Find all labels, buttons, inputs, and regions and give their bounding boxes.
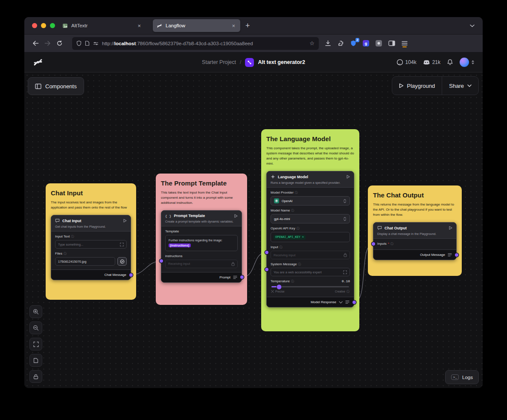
lm-input-field: Inputⓘ Receiving input bbox=[271, 245, 350, 259]
precise-icon bbox=[271, 290, 274, 293]
url-bar[interactable]: http://localhost:7860/flow/5862379e-d7b8… bbox=[72, 37, 319, 50]
close-window-button[interactable] bbox=[32, 23, 37, 28]
files-input[interactable]: 1750812415070.jpg bbox=[55, 257, 115, 266]
info-icon[interactable]: ⓘ bbox=[295, 191, 298, 194]
temperature-value: 0.10 bbox=[342, 279, 350, 283]
forward-button[interactable] bbox=[41, 41, 53, 46]
note-chat-output[interactable]: The Chat Output This returns the message… bbox=[368, 185, 462, 276]
remove-tag-icon[interactable]: × bbox=[302, 235, 304, 239]
sparkle-icon bbox=[271, 174, 275, 179]
account-menu[interactable] bbox=[460, 58, 474, 67]
note-prompt-template[interactable]: The Prompt Template This takes the text … bbox=[156, 174, 247, 305]
user-avatar[interactable] bbox=[460, 58, 469, 67]
system-message-input-handle[interactable] bbox=[265, 268, 268, 271]
fit-view-button[interactable] bbox=[29, 338, 42, 350]
tab-list-chevron-icon[interactable] bbox=[466, 24, 478, 27]
adblock-shield-icon[interactable]: 2 bbox=[350, 40, 356, 46]
browser-tab-bar: AltTextr × Langflow × + bbox=[24, 17, 483, 35]
model-provider-select[interactable]: OpenAI bbox=[271, 196, 350, 206]
tracking-protection-icon[interactable] bbox=[76, 41, 82, 46]
expand-icon[interactable] bbox=[120, 243, 124, 246]
output-inspect-icon[interactable] bbox=[233, 275, 237, 279]
chevron-down-icon[interactable] bbox=[339, 301, 343, 304]
tab-alttextr[interactable]: AltTextr × bbox=[58, 19, 146, 32]
input-text-input[interactable]: Type something... bbox=[55, 240, 127, 249]
chat-bubble-icon bbox=[55, 218, 60, 223]
discord-stat[interactable]: 21k bbox=[423, 59, 440, 65]
prompt-output-row: Prompt bbox=[161, 272, 242, 282]
flow-canvas[interactable]: Components Playground Share Chat Input T… bbox=[24, 72, 483, 388]
run-node-icon[interactable] bbox=[234, 214, 238, 218]
extension-g-icon[interactable]: g bbox=[363, 40, 369, 46]
template-textarea[interactable]: Further instructions regarding the image… bbox=[165, 235, 238, 251]
temperature-slider[interactable] bbox=[271, 286, 349, 287]
info-icon[interactable]: ⓘ bbox=[64, 252, 67, 255]
api-key-tag[interactable]: OPENAI_API_KEY× bbox=[274, 235, 306, 240]
flow-name[interactable]: Alt text generator2 bbox=[258, 59, 305, 65]
reload-button[interactable] bbox=[53, 41, 65, 46]
info-icon[interactable]: ⓘ bbox=[298, 263, 301, 266]
lock-icon bbox=[344, 253, 347, 257]
new-tab-button[interactable]: + bbox=[240, 21, 255, 30]
output-message-handle[interactable] bbox=[455, 253, 458, 257]
chat-input-node[interactable]: Chat Input Get chat inputs from the Play… bbox=[51, 215, 131, 280]
info-icon[interactable]: ⓘ bbox=[390, 242, 393, 245]
language-model-node[interactable]: Language Model Runs a language model giv… bbox=[266, 171, 354, 307]
run-node-icon[interactable] bbox=[347, 175, 350, 179]
tab-langflow[interactable]: Langflow × bbox=[153, 19, 240, 32]
add-note-button[interactable] bbox=[29, 354, 42, 367]
lm-input-handle[interactable] bbox=[265, 251, 268, 254]
info-icon[interactable]: ⓘ bbox=[291, 280, 294, 283]
github-stat[interactable]: 104k bbox=[396, 59, 417, 66]
inputs-input-handle[interactable] bbox=[372, 242, 375, 246]
note-chat-input[interactable]: Chat Input The input receives text and i… bbox=[46, 183, 136, 300]
file-action-button[interactable] bbox=[117, 257, 127, 266]
slider-thumb[interactable] bbox=[277, 284, 282, 289]
minimize-window-button[interactable] bbox=[41, 23, 46, 28]
info-icon[interactable]: ⓘ bbox=[291, 209, 294, 212]
zoom-window-button[interactable] bbox=[50, 23, 55, 28]
api-key-input[interactable]: OPENAI_API_KEY× bbox=[271, 232, 350, 242]
logs-button[interactable]: >_ Logs bbox=[445, 370, 479, 384]
info-icon[interactable]: ⓘ bbox=[297, 227, 300, 230]
close-tab-icon[interactable]: × bbox=[136, 23, 142, 29]
system-message-input[interactable]: You are a web accessibility expert bbox=[271, 268, 350, 276]
permissions-icon[interactable] bbox=[93, 41, 99, 46]
model-name-select[interactable]: gpt-4o-mini bbox=[271, 214, 350, 223]
download-icon[interactable] bbox=[325, 40, 331, 46]
sidebar-toggle-icon[interactable] bbox=[388, 41, 395, 46]
components-button[interactable]: Components bbox=[28, 77, 84, 95]
lock-canvas-button[interactable] bbox=[29, 370, 42, 383]
info-icon[interactable]: ⓘ bbox=[280, 246, 283, 249]
close-tab-icon[interactable]: × bbox=[230, 23, 236, 29]
url-text: http://localhost:7860/flow/5862379e-d7b8… bbox=[102, 41, 306, 46]
expand-icon[interactable] bbox=[343, 270, 347, 274]
zoom-out-button[interactable] bbox=[29, 322, 42, 334]
playground-button[interactable]: Playground bbox=[392, 77, 442, 95]
note-language-model[interactable]: The Language Model This component takes … bbox=[261, 129, 359, 331]
prompt-output-handle[interactable] bbox=[240, 275, 244, 279]
langflow-logo-icon[interactable] bbox=[33, 57, 43, 67]
menu-icon[interactable] bbox=[402, 41, 408, 46]
page-info-icon[interactable] bbox=[85, 41, 90, 46]
run-node-icon[interactable] bbox=[449, 226, 452, 230]
share-button[interactable]: Share bbox=[442, 77, 478, 95]
chat-output-node[interactable]: Chat Output Display a chat message in th… bbox=[373, 222, 457, 260]
info-icon[interactable]: ⓘ bbox=[71, 235, 74, 238]
extension-misc-icon[interactable] bbox=[376, 40, 382, 46]
info-icon[interactable]: ⓘ bbox=[347, 290, 350, 293]
instructions-input-handle[interactable] bbox=[160, 259, 163, 263]
notifications-bell-icon[interactable] bbox=[447, 59, 453, 66]
prompt-template-node[interactable]: { } Prompt Template Create a prompt temp… bbox=[161, 210, 242, 283]
zoom-in-button[interactable] bbox=[29, 305, 42, 318]
breadcrumb-project[interactable]: Starter Project bbox=[202, 59, 236, 65]
instructions-input: Receiving input bbox=[165, 260, 238, 268]
output-inspect-icon[interactable] bbox=[448, 253, 452, 257]
output-inspect-icon[interactable] bbox=[345, 300, 350, 304]
model-response-output-handle[interactable] bbox=[353, 301, 356, 304]
run-node-icon[interactable] bbox=[123, 219, 127, 223]
chat-message-output-handle[interactable] bbox=[129, 273, 133, 277]
extensions-icon[interactable] bbox=[338, 40, 344, 46]
bookmark-star-icon[interactable]: ☆ bbox=[309, 40, 315, 46]
back-button[interactable] bbox=[29, 41, 41, 46]
